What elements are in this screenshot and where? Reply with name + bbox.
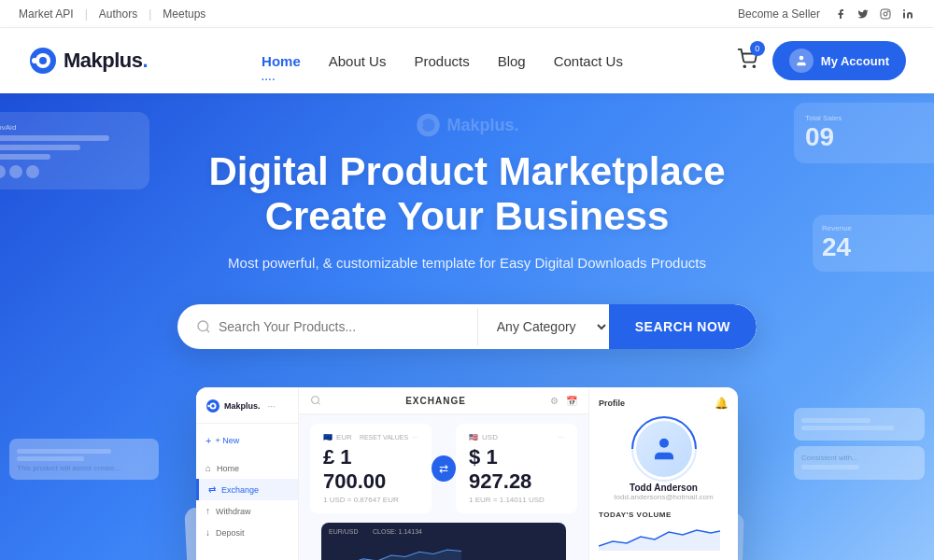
svg-point-8 (743, 65, 745, 67)
svg-point-12 (421, 119, 434, 132)
profile-avatar (636, 421, 692, 477)
nav-blog[interactable]: Blog (498, 53, 526, 69)
chart-area: EUR/USD CLOSE: 1.14134 (321, 523, 566, 560)
settings-icon[interactable]: ⚙ (550, 396, 559, 406)
profile-avatar-section: Todd Anderson todd.andersons@hotmail.com (599, 421, 729, 501)
svg-point-10 (799, 56, 803, 61)
search-button[interactable]: SEARCH NOW (609, 304, 757, 349)
chart-svg (321, 541, 461, 560)
to-currency-box: 🇺🇸 USD ··· $ 1 927.28 1 EUR = 1.14011 US… (456, 424, 577, 513)
svg-point-17 (211, 404, 215, 408)
to-amount: $ 1 927.28 (469, 445, 564, 494)
deposit-icon: ↓ (205, 527, 210, 538)
logo[interactable]: Makplus. (28, 46, 148, 76)
dash-menu-home[interactable]: ⌂ Home (196, 457, 298, 479)
svg-rect-0 (881, 9, 890, 19)
dash-header-icons: ⚙ 📅 (550, 396, 577, 406)
svg-marker-22 (599, 530, 720, 551)
profile-stats-title: TODAY'S VOLUME (599, 511, 729, 519)
top-link-market-api[interactable]: Market API (19, 7, 74, 21)
nav-links: Home About Us Products Blog Contact Us (262, 53, 623, 69)
exchange-row: 🇪🇺 EUR RESET VALUES ··· £ 1 700.00 1 USD… (310, 424, 577, 513)
svg-point-2 (887, 10, 888, 11)
arrows-icon: ⇄ (439, 462, 448, 475)
hero-content: Digital Product Marketplace Create Your … (208, 149, 725, 304)
withdraw-icon: ↑ (205, 506, 210, 516)
top-bar-links: Market API | Authors | Meetups (19, 7, 205, 21)
linkedin-icon[interactable] (900, 7, 915, 21)
nav-products[interactable]: Products (414, 53, 469, 69)
dash-menu-deposit[interactable]: ↓ Deposit (196, 522, 298, 543)
top-bar: Market API | Authors | Meetups Become a … (0, 0, 934, 28)
cart-badge: 0 (750, 41, 765, 56)
become-seller-link[interactable]: Become a Seller (738, 7, 820, 21)
instagram-icon[interactable] (878, 7, 893, 21)
from-currency-label: EUR (336, 433, 352, 441)
dash-menu-exchange[interactable]: ⇄ Exchange (196, 479, 298, 500)
side-hint-left: This product will assist create... (9, 439, 159, 485)
to-more-icon: ··· (558, 433, 564, 441)
svg-point-9 (753, 65, 755, 67)
top-link-meetups[interactable]: Meetups (163, 7, 205, 21)
calendar-icon[interactable]: 📅 (566, 396, 577, 406)
top-bar-right: Become a Seller (738, 7, 915, 21)
navbar: Makplus. Home About Us Products Blog Con… (0, 28, 934, 93)
nav-contact[interactable]: Contact Us (554, 53, 623, 69)
nav-about[interactable]: About Us (329, 53, 387, 69)
to-currency-label: USD (482, 433, 498, 441)
profile-email: todd.andersons@hotmail.com (614, 493, 713, 501)
svg-point-11 (417, 114, 440, 137)
dash-logo-text: Makplus. (224, 401, 261, 411)
bg-logo: Makplus. (415, 112, 518, 138)
nav-right: 0 My Account (737, 41, 906, 80)
top-link-authors[interactable]: Authors (99, 7, 137, 21)
exchange-section: 🇪🇺 EUR RESET VALUES ··· £ 1 700.00 1 USD… (299, 414, 588, 560)
svg-point-18 (207, 405, 210, 408)
eur-flag: 🇪🇺 (323, 433, 333, 441)
usd-flag: 🇺🇸 (469, 433, 478, 441)
svg-point-13 (418, 122, 423, 127)
dash-new-button[interactable]: + + New (196, 431, 298, 450)
facebook-icon[interactable] (833, 7, 848, 21)
profile-header: Profile 🔔 (599, 397, 729, 410)
user-icon (795, 54, 808, 67)
dash-logo-ellipsis: ··· (268, 401, 276, 412)
from-currency-box: 🇪🇺 EUR RESET VALUES ··· £ 1 700.00 1 USD… (310, 424, 432, 513)
search-icon (196, 319, 211, 334)
dash-profile: Profile 🔔 Todd Anderson todd.andersons@h… (588, 387, 738, 560)
my-account-button[interactable]: My Account (772, 41, 906, 80)
category-select[interactable]: Any Category Themes Plugins Graphics (478, 304, 609, 349)
avatar-ring-progress (617, 403, 710, 496)
cart-button[interactable]: 0 (737, 49, 757, 73)
account-avatar (789, 49, 814, 73)
dash-search-icon[interactable] (310, 395, 321, 406)
dash-menu-withdraw[interactable]: ↑ Withdraw (196, 500, 298, 522)
from-sub: 1 USD = 0.87647 EUR (323, 496, 418, 504)
twitter-icon[interactable] (856, 7, 870, 21)
nav-home[interactable]: Home (262, 53, 301, 69)
bg-card-right: Total Sales 09 (794, 103, 934, 163)
dashboard-preview: Makplus. ··· + + New ⌂ Home ⇄ Exchange ↑… (196, 387, 738, 560)
exchange-arrow-button[interactable]: ⇄ (432, 455, 456, 482)
chart-label: EUR/USD (329, 528, 359, 535)
search-bar: Any Category Themes Plugins Graphics SEA… (177, 304, 757, 349)
search-input-wrap (177, 304, 477, 349)
exchange-title: EXCHANGE (405, 396, 466, 406)
reset-values[interactable]: RESET VALUES (360, 434, 408, 441)
hero-section: Makplus. EnvAid Total Sales 09 Revenue 2… (0, 93, 934, 560)
svg-point-1 (884, 12, 887, 16)
chart-close: CLOSE: 1.14134 (373, 528, 422, 535)
from-amount: £ 1 700.00 (323, 445, 418, 494)
profile-name: Todd Anderson (630, 483, 698, 493)
more-icon: ··· (412, 433, 418, 441)
to-sub: 1 EUR = 1.14011 USD (469, 496, 564, 504)
social-icons (833, 7, 915, 21)
logo-icon (28, 46, 58, 76)
dash-logo: Makplus. ··· (196, 399, 298, 424)
hero-subtitle: Most powerful, & customizable template f… (208, 255, 725, 271)
svg-point-19 (312, 397, 319, 404)
svg-point-3 (903, 9, 905, 11)
notification-icon[interactable]: 🔔 (715, 397, 729, 410)
svg-point-6 (39, 57, 47, 64)
search-input[interactable] (219, 319, 459, 334)
